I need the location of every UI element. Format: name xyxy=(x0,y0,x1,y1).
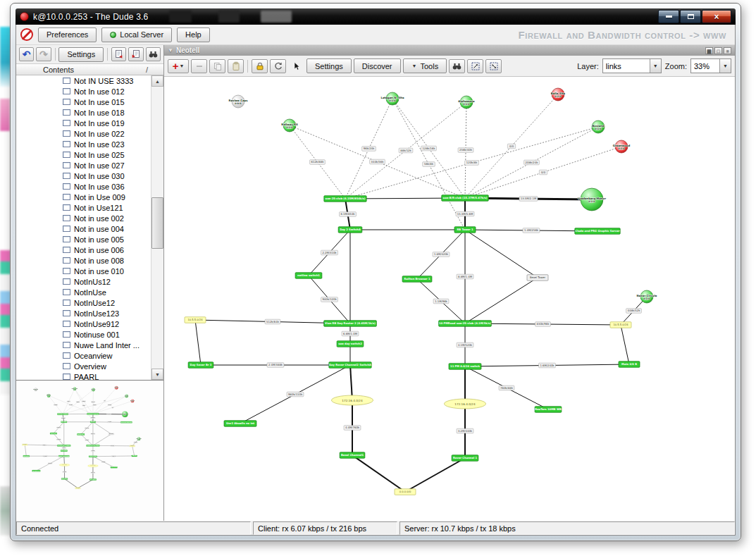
map-node-n17[interactable]: Nexer Circule0/1/0 xyxy=(136,437,141,440)
tree-scrollbar[interactable]: ▲ ▼ xyxy=(151,75,163,380)
map-node-n3[interactable]: Alphawave0/1/0 xyxy=(92,388,96,392)
sidebar-item[interactable]: NotInUse123 xyxy=(16,308,151,319)
sidebar-item[interactable]: Not in Use 009 xyxy=(16,192,151,202)
map-node-n27[interactable]: 172.16.4.0/24 xyxy=(59,464,70,467)
map-node-n12[interactable]: RB Tower 1 xyxy=(454,227,476,233)
add-element-button[interactable]: +▼ xyxy=(168,59,189,73)
sidebar-item[interactable]: Nuwe Land Inter ... xyxy=(16,340,151,350)
map-find-button[interactable] xyxy=(449,59,465,73)
map-node-n20[interactable]: 10 PMRoad uae-25-club (4.1M/5k/s) xyxy=(439,321,492,327)
sidebar-item[interactable]: Overview xyxy=(16,361,151,371)
map-node-n21[interactable]: 10.5.5.0/24 xyxy=(130,445,135,447)
map-node-n10[interactable]: Vredenberg Manor0/1/0 xyxy=(121,412,128,417)
maximize-button[interactable] xyxy=(680,10,701,23)
copy-button[interactable] xyxy=(209,59,225,73)
map-node-n24[interactable]: Day Rover Channel2 SwitchA xyxy=(329,362,371,369)
map-settings-button[interactable]: Settings xyxy=(306,58,352,73)
network-map[interactable]: 96k/24k128k/16k56k/8k88k/12k256k/40k0/06… xyxy=(164,77,735,521)
fit-selection-button[interactable] xyxy=(467,59,483,73)
map-node-n8[interactable]: uae-25-club (6.15M/854k/s) xyxy=(57,414,68,415)
discover-button[interactable]: Discover xyxy=(354,58,401,73)
settings-button[interactable]: Settings xyxy=(58,47,104,62)
map-node-n18[interactable]: 10.5.5.0/24 xyxy=(22,444,27,445)
map-node-n9[interactable]: uae-B/R-club (15.37M/5.67k/s) xyxy=(442,195,488,202)
map-node-n2[interactable]: Lategan N. Site0/1/0 xyxy=(72,388,78,391)
map-node-n16[interactable]: Bexel Tower xyxy=(109,433,114,435)
sidebar-item[interactable]: Not In use 022 xyxy=(16,128,151,139)
sidebar-item[interactable]: Not in use 008 xyxy=(16,255,151,266)
map-node-n23[interactable]: Day Sever Br 3 xyxy=(23,455,30,457)
zoom-select[interactable]: 33% ▼ xyxy=(690,58,731,73)
sidebar-item[interactable]: Not In use 027 xyxy=(16,160,151,171)
sidebar-item[interactable]: Not In use 036 xyxy=(16,181,151,192)
sidebar-item[interactable]: Not In use 025 xyxy=(16,149,151,160)
sidebar-item[interactable]: Not in use 006 xyxy=(16,245,151,255)
map-node-n2[interactable]: Lategan N. Site0/1/0 xyxy=(380,92,404,105)
map-link[interactable] xyxy=(132,446,135,456)
sidebar-item[interactable]: Not in use 004 xyxy=(16,223,151,234)
map-link[interactable] xyxy=(93,422,111,434)
preferences-button[interactable]: Preferences xyxy=(38,27,97,42)
map-node-n1[interactable]: Review Caps0/0/0 xyxy=(33,388,38,392)
sidebar-item[interactable]: NotInUs12 xyxy=(16,276,151,287)
scroll-up-icon[interactable]: ▲ xyxy=(151,75,163,87)
map-link[interactable] xyxy=(195,320,201,365)
map-node-n19[interactable]: Vian RB Day Router 2 (6.65M/1k/s) xyxy=(324,321,377,327)
map-node-n30[interactable]: Unr2 AbuelIs no int xyxy=(32,470,41,472)
map-node-n28[interactable]: 172.16.4.0/24 xyxy=(87,464,98,467)
map-node-n15[interactable]: Railton Browser 1 xyxy=(77,433,85,435)
sidebar-item[interactable]: Not In use 030 xyxy=(16,171,151,181)
select-tool-button[interactable] xyxy=(288,59,304,73)
help-button[interactable]: Help xyxy=(177,27,210,42)
map-node-n26[interactable]: Main 0/0 B xyxy=(132,455,137,457)
map-node-n29[interactable]: RouTers 10MB WB xyxy=(111,466,118,468)
map-node-n4[interactable]: Bella Site0/1/0 xyxy=(115,386,118,390)
sidebar-item[interactable]: Not In use 015 xyxy=(16,97,151,107)
find-button[interactable] xyxy=(146,47,161,61)
map-node-n7[interactable]: Greenwood0/1/0 xyxy=(130,400,135,403)
map-node-n8[interactable]: uae-25-club (6.15M/854k/s) xyxy=(324,196,366,202)
map-node-n22[interactable]: uae day switch2 xyxy=(337,341,364,347)
map-node-n23[interactable]: Day Sever Br 3 xyxy=(188,362,213,369)
map-restore-icon[interactable]: □ xyxy=(714,47,722,54)
map-node-n18[interactable]: 10.5.5.0/24 xyxy=(185,317,206,323)
chevron-down-icon[interactable]: ▼ xyxy=(719,59,731,73)
import-map-button[interactable] xyxy=(128,47,143,61)
map-node-n15[interactable]: Railton Browser 1 xyxy=(402,276,432,283)
map-node-n33[interactable]: 0.0.0.0/0 xyxy=(395,489,416,495)
map-node-n9[interactable]: uae-B/R-club (15.37M/5.67k/s) xyxy=(87,413,99,414)
map-node-n5[interactable]: Railway RS0/1/0 xyxy=(281,119,298,132)
map-node-n31[interactable]: Bexel Channel1 xyxy=(61,478,68,479)
map-node-n14[interactable]: netline switch1 xyxy=(295,273,322,279)
map-node-n32[interactable]: Rover Channel 1 xyxy=(452,455,478,462)
paste-button[interactable] xyxy=(228,59,244,73)
sidebar-item[interactable]: Not in Use121 xyxy=(16,202,151,213)
map-link[interactable] xyxy=(64,456,65,465)
map-node-n4[interactable]: Bella Site0/1/0 xyxy=(551,88,566,101)
sidebar-item[interactable]: Oceanview xyxy=(16,350,151,361)
map-node-n16[interactable]: Bexel Tower xyxy=(527,275,548,281)
map-node-n27[interactable]: 172.16.4.0/24 xyxy=(331,395,373,405)
map-link[interactable] xyxy=(78,480,92,488)
map-link[interactable] xyxy=(465,230,538,278)
scroll-down-icon[interactable]: ▼ xyxy=(151,369,163,380)
map-node-n29[interactable]: RouTers 10MB WB xyxy=(535,407,562,413)
sidebar-item[interactable]: NotInUse912 xyxy=(16,319,151,329)
map-link[interactable] xyxy=(352,455,405,492)
map-node-n5[interactable]: Railway RS0/1/0 xyxy=(47,394,51,397)
map-node-n25[interactable]: 11 PM 0.0/24 switch xyxy=(449,364,481,370)
map-node-n6[interactable]: Bosland0/1/0 xyxy=(592,121,605,133)
local-server-button[interactable]: Local Server xyxy=(101,27,172,42)
sidebar-item[interactable]: Not in use 002 xyxy=(16,213,151,223)
map-node-n6[interactable]: Bosland0/1/0 xyxy=(125,395,128,398)
map-link[interactable] xyxy=(25,445,26,456)
disconnect-icon[interactable] xyxy=(20,28,33,41)
layer-select[interactable]: links ▼ xyxy=(602,58,662,73)
tools-button[interactable]: ▼Tools xyxy=(403,58,447,73)
sidebar-item[interactable]: Not IN USE 3333 xyxy=(16,75,151,86)
sidebar-item[interactable]: PAARL xyxy=(16,371,151,380)
map-node-n26[interactable]: Main 0/0 B xyxy=(619,362,640,368)
map-overview[interactable]: 96k/24k128k/16k56k/8k88k/12k256k/40k0/06… xyxy=(17,383,161,496)
sidebar-item[interactable]: Notinuse 001 xyxy=(16,329,151,340)
map-overview-panel[interactable]: 96k/24k128k/16k56k/8k88k/12k256k/40k0/06… xyxy=(16,380,163,521)
